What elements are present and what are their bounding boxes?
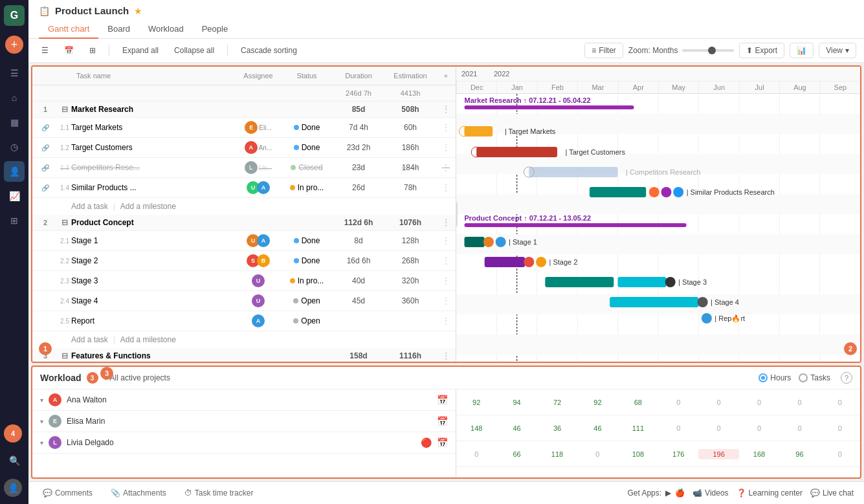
- zoom-slider[interactable]: [682, 49, 734, 52]
- svg-point-39: [496, 237, 506, 247]
- task-estimation-2-1: 128h: [384, 236, 436, 245]
- task-menu-1-1[interactable]: ⋮: [436, 123, 456, 132]
- calendar-icon-livia[interactable]: 📅: [437, 437, 448, 448]
- svg-text:| Stage 2: | Stage 2: [549, 258, 578, 266]
- cascade-sorting-btn[interactable]: Cascade sorting: [236, 43, 302, 58]
- task-row-3[interactable]: 3 ⊟ Features & Functions 158d 1116h ⋮: [32, 348, 456, 362]
- export-btn[interactable]: ⬆ Export: [739, 43, 785, 58]
- add-task-link-1[interactable]: Add a task: [71, 202, 108, 211]
- task-estimation-1-3: 184h: [384, 163, 436, 172]
- sidebar-icon-user-avatar[interactable]: 👤: [4, 479, 22, 497]
- expand-livia[interactable]: ▾: [40, 439, 43, 446]
- task-row-2-5[interactable]: 2.5 Report A Open ⋮: [32, 311, 456, 331]
- task-row-1-2[interactable]: 🔗 1.2 Target Customers A An... Done 23d …: [32, 138, 456, 158]
- status-label-2-1: Done: [302, 236, 320, 245]
- sidebar-icon-clock[interactable]: ◷: [4, 137, 25, 157]
- avatar-1-2: A: [245, 141, 258, 154]
- expand-elisa[interactable]: ▾: [40, 418, 43, 425]
- expand-1[interactable]: ⊟: [58, 105, 71, 114]
- expand-3[interactable]: ⊟: [58, 351, 71, 360]
- task-row-2-1[interactable]: 2.1 Stage 1 U A Done 8d 128h ⋮: [32, 231, 456, 251]
- task-menu-3[interactable]: ⋮: [436, 351, 456, 360]
- sidebar-icon-chart[interactable]: 📈: [4, 186, 25, 206]
- expand-all-btn[interactable]: Expand all: [117, 43, 164, 58]
- attachments-btn[interactable]: 📎 Attachments: [107, 486, 170, 500]
- gantt-collapse-handle[interactable]: ◁: [456, 201, 458, 227]
- radio-tasks[interactable]: Tasks: [799, 373, 830, 382]
- task-row-1-4[interactable]: 🔗 1.4 Similar Products ... U A In pro...…: [32, 178, 456, 198]
- add-task-link-2[interactable]: Add a task: [71, 335, 108, 344]
- num-livia-9: 96: [779, 448, 819, 461]
- task-menu-2-4[interactable]: ⋮: [436, 296, 456, 305]
- tab-gantt[interactable]: Gantt chart: [39, 20, 98, 39]
- task-row-2-4[interactable]: 2.4 Stage 4 U Open 45d 360h ⋮: [32, 291, 456, 311]
- sidebar-icon-add[interactable]: +: [5, 36, 23, 54]
- task-menu-1-3[interactable]: ⋮: [436, 163, 456, 172]
- toggle-table-btn[interactable]: ⊞: [84, 43, 101, 58]
- task-row-1[interactable]: 1 ⊟ Market Research 85d 508h ⋮: [32, 102, 456, 118]
- total-estimation: 4413h: [384, 88, 436, 98]
- sidebar-icon-home[interactable]: ⌂: [4, 87, 25, 108]
- expand-2[interactable]: ⊟: [58, 218, 71, 227]
- task-status-2-5: Open: [281, 316, 333, 325]
- col-add[interactable]: +: [436, 67, 456, 85]
- live-chat-btn[interactable]: 💬 Live chat: [810, 488, 854, 498]
- task-row-1-1[interactable]: 🔗 1.1 Target Markets E Eli... Done 7d 4h…: [32, 118, 456, 138]
- task-menu-2-5[interactable]: ⋮: [436, 316, 456, 325]
- workload-user-livia[interactable]: ▾ L Livia Delgado 🔴 📅: [32, 432, 456, 454]
- task-menu-2-2[interactable]: ⋮: [436, 256, 456, 265]
- tab-workload[interactable]: Workload: [139, 20, 193, 39]
- videos-btn[interactable]: 📹 Videos: [692, 488, 728, 498]
- calendar-icon-ana[interactable]: 📅: [437, 395, 448, 405]
- svg-rect-12: [456, 194, 860, 214]
- view-btn[interactable]: View ▾: [819, 43, 856, 58]
- star-icon[interactable]: ★: [134, 6, 142, 16]
- help-icon[interactable]: ?: [841, 372, 852, 384]
- expand-ana[interactable]: ▾: [40, 397, 43, 404]
- task-menu-1-2[interactable]: ⋮: [436, 143, 456, 152]
- sidebar-icon-person[interactable]: 👤: [4, 161, 25, 182]
- comments-btn[interactable]: 💬 Comments: [39, 486, 96, 500]
- task-menu-2-3[interactable]: ⋮: [436, 276, 456, 285]
- sidebar-icon-apps[interactable]: ⊞: [4, 210, 25, 231]
- sidebar-icon-search[interactable]: 🔍: [4, 450, 25, 471]
- add-milestone-link-1[interactable]: Add a milestone: [120, 202, 176, 211]
- filter-label: Filter: [599, 46, 616, 55]
- task-row-2[interactable]: 2 ⊟ Product Concept 112d 6h 1076h ⋮: [32, 215, 456, 231]
- task-row-2-2[interactable]: 2.2 Stage 2 S B Done 16d 6h 268h ⋮: [32, 251, 456, 271]
- task-name-2-4: Stage 4: [71, 296, 236, 305]
- col-duration: Duration: [333, 67, 384, 85]
- toggle-calendar-btn[interactable]: 📅: [59, 43, 79, 58]
- sidebar-icon-menu[interactable]: ☰: [4, 63, 25, 83]
- collapse-all-btn[interactable]: Collapse all: [169, 43, 219, 58]
- workload-user-elisa[interactable]: ▾ E Elisa Marin 📅: [32, 411, 456, 432]
- sidebar-icon-notification[interactable]: 4: [4, 424, 22, 443]
- tab-people[interactable]: People: [193, 20, 237, 39]
- task-menu-1-4[interactable]: ⋮: [436, 183, 456, 192]
- apple-icon[interactable]: 🍎: [675, 488, 685, 498]
- add-milestone-link-2[interactable]: Add a milestone: [120, 335, 176, 344]
- app-logo[interactable]: G: [4, 5, 25, 26]
- calendar-icon-elisa[interactable]: 📅: [437, 416, 448, 426]
- task-row-2-3[interactable]: 2.3 Stage 3 U In pro... 40d 320h ⋮: [32, 271, 456, 291]
- filter-btn[interactable]: ≡ Filter: [584, 43, 623, 58]
- task-menu-1[interactable]: ⋮: [436, 105, 456, 114]
- workload-user-ana[interactable]: ▾ A Ana Walton 📅: [32, 389, 456, 411]
- learning-center-btn[interactable]: ❓ Learning center: [737, 488, 803, 498]
- time-tracker-btn[interactable]: ⏱ Task time tracker: [181, 486, 258, 500]
- play-store-icon[interactable]: ▶: [665, 488, 671, 498]
- task-assignee-2-1: U A: [236, 234, 281, 247]
- sidebar-icon-grid[interactable]: ▦: [4, 112, 25, 133]
- svg-text:| Stage 1: | Stage 1: [509, 238, 537, 246]
- task-estimation-1: 508h: [384, 105, 436, 114]
- task-row-1-3[interactable]: 🔗 1.3 Competitors Rese... L Liv... Close…: [32, 158, 456, 178]
- avatar-elisa: E: [49, 415, 61, 428]
- tab-board[interactable]: Board: [98, 20, 139, 39]
- toggle-list-btn[interactable]: ☰: [36, 43, 54, 58]
- chart-btn[interactable]: 📊: [790, 43, 814, 58]
- task-status-1-4: In pro...: [281, 183, 333, 192]
- task-menu-2[interactable]: ⋮: [436, 218, 456, 227]
- task-menu-2-1[interactable]: ⋮: [436, 236, 456, 245]
- workload-filter[interactable]: ▾ All active projects: [104, 373, 170, 382]
- radio-hours[interactable]: Hours: [759, 373, 791, 382]
